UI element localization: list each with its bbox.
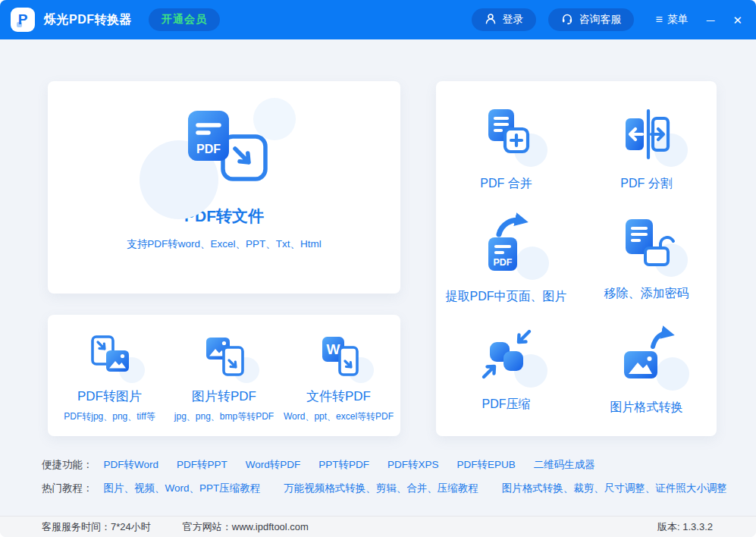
image-format-label: 图片格式转换 [610,400,683,416]
login-button-label: 登录 [502,13,523,27]
tutorial-compress[interactable]: 图片、视频、Word、PPT压缩教程 [104,482,261,495]
image-to-pdf-subtitle: jpg、png、bmp等转PDF [174,410,274,423]
menu-button-label: 菜单 [667,13,689,27]
support-button[interactable]: 咨询客服 [548,8,634,31]
close-button[interactable]: ✕ [732,14,742,26]
main-content: PDF PDF转文件 支持PDF转word、Excel、PPT、Txt、Html [0,39,756,436]
pdf-split-label: PDF 分割 [620,176,672,192]
pdf-compress-icon [476,325,537,386]
headset-icon [561,13,573,27]
pdf-to-image-subtitle: PDF转jpg、png、tiff等 [64,410,155,423]
svg-text:W: W [326,341,340,357]
image-format-icon [615,322,679,389]
pdf-to-file-icon: PDF [176,107,273,193]
app-logo: P [11,8,35,32]
hamburger-icon: ≡ [655,14,662,26]
pdf-to-image-item[interactable]: PDF转图片 PDF转jpg、png、tiff等 [52,333,167,436]
app-window: P 烁光PDF转换器 开通会员 登录 咨询客服 ≡ 菜单 ─ ✕ [0,0,756,537]
svg-text:PDF: PDF [196,143,221,155]
link-qrcode-generator[interactable]: 二维码生成器 [534,458,595,472]
title-bar: P 烁光PDF转换器 开通会员 登录 咨询客服 ≡ 菜单 ─ ✕ [0,0,756,39]
pdf-to-file-card[interactable]: PDF PDF转文件 支持PDF转word、Excel、PPT、Txt、Html [48,81,400,294]
link-ppt-to-pdf[interactable]: PPT转PDF [318,458,369,472]
link-word-to-pdf[interactable]: Word转PDF [246,458,301,472]
link-pdf-to-ppt[interactable]: PDF转PPT [177,458,227,472]
app-title: 烁光PDF转换器 [44,12,132,28]
pdf-to-image-title: PDF转图片 [77,388,142,405]
status-bar: 客服服务时间：7*24小时 官方网站：www.ipdftool.com 版本: … [0,516,756,537]
tutorials-label: 热门教程： [42,482,93,495]
tutorial-video[interactable]: 万能视频格式转换、剪辑、合并、压缩教程 [284,482,478,495]
file-to-pdf-subtitle: Word、ppt、excel等转PDF [284,410,394,423]
official-website: 官方网站：www.ipdftool.com [183,520,309,534]
vip-button[interactable]: 开通会员 [149,8,220,31]
menu-button[interactable]: ≡ 菜单 [655,13,688,27]
tools-card: PDF 合并 PDF 分割 [436,81,717,436]
pdf-extract-icon: PDF [475,212,538,278]
file-to-pdf-icon: W [315,333,363,382]
service-time: 客服服务时间：7*24小时 [42,520,151,534]
password-icon [616,215,677,275]
logo-p-icon: P [18,11,28,28]
left-column: PDF PDF转文件 支持PDF转word、Excel、PPT、Txt、Html [48,81,400,436]
minimize-icon: ─ [707,14,715,27]
image-to-pdf-item[interactable]: 图片转PDF jpg、png、bmp等转PDF [167,333,281,436]
svg-text:PDF: PDF [493,257,512,268]
link-pdf-to-epub[interactable]: PDF转EPUB [457,458,516,472]
pdf-compress-item[interactable]: PDF压缩 [436,314,576,424]
pdf-compress-label: PDF压缩 [482,397,531,413]
login-button[interactable]: 登录 [472,8,536,31]
pdf-split-icon [616,105,677,165]
pdf-split-item[interactable]: PDF 分割 [576,93,717,203]
pdf-merge-icon [476,105,537,165]
tutorials-row: 热门教程： 图片、视频、Word、PPT压缩教程 万能视频格式转换、剪辑、合并、… [42,482,756,495]
image-format-item[interactable]: 图片格式转换 [576,314,717,424]
pdf-to-file-subtitle: 支持PDF转word、Excel、PPT、Txt、Html [127,237,322,251]
close-icon: ✕ [732,14,742,27]
version-label: 版本: 1.3.3.2 [657,520,713,534]
quick-links-row: 便捷功能： PDF转Word PDF转PPT Word转PDF PPT转PDF … [42,458,756,472]
pdf-merge-item[interactable]: PDF 合并 [436,93,576,203]
minimize-button[interactable]: ─ [707,14,715,26]
file-to-pdf-item[interactable]: W 文件转PDF Word、ppt、excel等转PDF [281,333,396,436]
pdf-extract-label: 提取PDF中页面、图片 [446,289,567,305]
password-label: 移除、添加密码 [604,286,689,302]
link-pdf-to-word[interactable]: PDF转Word [104,458,159,472]
password-item[interactable]: 移除、添加密码 [576,203,717,313]
pdf-extract-item[interactable]: PDF 提取PDF中页面、图片 [436,203,576,313]
support-button-label: 咨询客服 [579,13,621,27]
tutorial-image[interactable]: 图片格式转换、裁剪、尺寸调整、证件照大小调整 [502,482,727,495]
link-pdf-to-xps[interactable]: PDF转XPS [387,458,439,472]
user-icon [485,13,497,27]
file-to-pdf-title: 文件转PDF [306,388,371,405]
image-to-pdf-title: 图片转PDF [192,388,256,405]
pdf-merge-label: PDF 合并 [480,176,532,192]
image-to-pdf-icon [200,333,249,382]
quick-links-label: 便捷功能： [42,458,93,472]
converters-card: PDF转图片 PDF转jpg、png、tiff等 图片转PDF [48,315,400,436]
pdf-to-image-icon [86,333,134,382]
